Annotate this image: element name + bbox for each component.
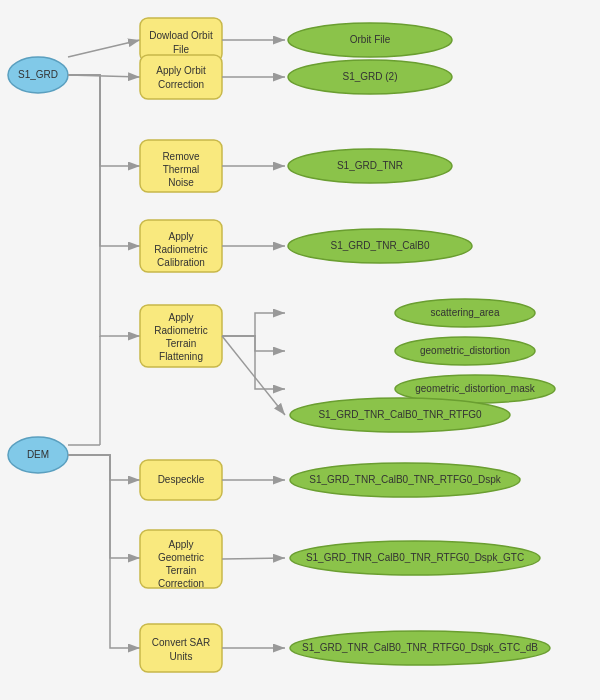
apply-radio-terrain-label2: Radiometric	[154, 325, 207, 336]
apply-radio-terrain-label4: Flattening	[159, 351, 203, 362]
apply-radio-cal-label3: Calibration	[157, 257, 205, 268]
apply-geo-terrain-label3: Terrain	[166, 565, 197, 576]
convert-sar-box[interactable]	[140, 624, 222, 672]
download-orbit-label: Dowload Orbit	[149, 30, 213, 41]
geo-dist-text: geometric_distortion	[420, 345, 510, 356]
apply-orbit-label: Apply Orbit	[156, 65, 206, 76]
remove-thermal-label3: Noise	[168, 177, 194, 188]
remove-thermal-label: Remove	[162, 151, 200, 162]
gtc-text: S1_GRD_TNR_CalB0_TNR_RTFG0_Dspk_GTC	[306, 552, 524, 563]
conn-geo-terrain-gtc	[222, 558, 285, 559]
apply-geo-terrain-label2: Geometric	[158, 552, 204, 563]
dem-label: DEM	[27, 449, 49, 460]
apply-orbit-label2: Correction	[158, 79, 204, 90]
apply-geo-terrain-label4: Correction	[158, 578, 204, 589]
conn-dem-geo-terrain	[68, 455, 140, 558]
conn-dem-convert	[68, 455, 140, 648]
s1-calb0-text: S1_GRD_TNR_CalB0	[331, 240, 430, 251]
apply-radio-cal-label2: Radiometric	[154, 244, 207, 255]
convert-sar-label: Convert SAR	[152, 637, 210, 648]
s1-grd2-text: S1_GRD (2)	[342, 71, 397, 82]
apply-geo-terrain-label: Apply	[168, 539, 193, 550]
remove-thermal-label2: Thermal	[163, 164, 200, 175]
workflow-diagram: S1_GRD DEM Dowload Orbit File Apply Orbi…	[0, 0, 600, 700]
rtfg0-text: S1_GRD_TNR_CalB0_TNR_RTFG0	[318, 409, 482, 420]
conn-s1-radio-terrain	[68, 75, 140, 336]
convert-sar-label2: Units	[170, 651, 193, 662]
conn-s1-radio-cal	[68, 75, 140, 246]
conn-terrain-rtfg0	[222, 336, 285, 415]
despeckle-label: Despeckle	[158, 474, 205, 485]
db-text: S1_GRD_TNR_CalB0_TNR_RTFG0_Dspk_GTC_dB	[302, 642, 538, 653]
download-orbit-label2: File	[173, 44, 190, 55]
conn-s1-download	[68, 40, 140, 57]
conn-terrain-geo-mask	[222, 336, 285, 389]
orbit-file-text: Orbit File	[350, 34, 391, 45]
apply-radio-terrain-label3: Terrain	[166, 338, 197, 349]
scattering-area-text: scattering_area	[431, 307, 500, 318]
apply-orbit-box[interactable]	[140, 55, 222, 99]
geo-dist-mask-text: geometric_distortion_mask	[415, 383, 535, 394]
s1-grd-label: S1_GRD	[18, 69, 58, 80]
apply-radio-cal-label: Apply	[168, 231, 193, 242]
apply-radio-terrain-label: Apply	[168, 312, 193, 323]
dspk-text: S1_GRD_TNR_CalB0_TNR_RTFG0_Dspk	[309, 474, 502, 485]
conn-dem-despeckle	[68, 455, 140, 480]
s1-tnr-text: S1_GRD_TNR	[337, 160, 403, 171]
conn-s1-thermal	[68, 75, 140, 166]
conn-terrain-scatter	[222, 313, 285, 336]
